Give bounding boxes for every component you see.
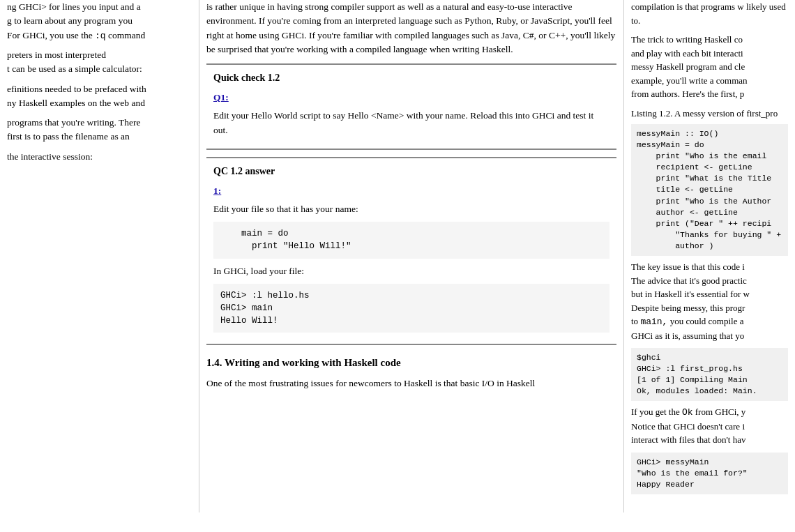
left-command-1: :q	[95, 31, 106, 41]
left-para-4: programs that you're writing. There firs…	[7, 116, 192, 144]
left-text-1a: ng GHCi> for lines you input and a	[7, 1, 141, 12]
page-container: ng GHCi> for lines you input and a g to …	[0, 0, 795, 512]
a1-text: Edit your file so that it has your name:	[213, 202, 610, 216]
qc-answer-title: QC 1.2 answer	[213, 164, 610, 178]
ok-inline: Ok	[682, 407, 693, 418]
right-text-2d: example, you'll write a comman	[631, 75, 748, 86]
right-text-2e: from authors. Here's the first, p	[631, 89, 744, 99]
right-intro: compilation is that programs w likely us…	[631, 0, 788, 27]
left-text-5: the interactive session:	[7, 151, 93, 162]
left-para-5: the interactive session:	[7, 150, 192, 164]
q1-text: Edit your Hello World script to say Hell…	[213, 109, 610, 137]
qc-answer-box: QC 1.2 answer 1: Edit your file so that …	[206, 157, 616, 345]
left-text-1d: command	[108, 30, 145, 40]
section-heading: 1.4. Writing and working with Haskell co…	[206, 355, 616, 371]
right-text-3e: to	[631, 316, 638, 326]
right-para-4: If you get the Ok from GHCi, y Notice th…	[631, 405, 788, 447]
right-text-3f: you could compile a	[670, 316, 744, 326]
right-text-4d: interact with files that don't hav	[631, 434, 745, 445]
main-inline: main,	[640, 317, 667, 327]
right-text-2a: The trick to writing Haskell co	[631, 34, 743, 45]
right-code-block-1: messyMain :: IO() messyMain = do print "…	[631, 124, 788, 256]
middle-column: is rather unique in having strong compil…	[199, 0, 624, 512]
right-text-2b: and play with each bit interacti	[631, 48, 743, 59]
middle-intro: is rather unique in having strong compil…	[206, 0, 616, 56]
left-text-4a: programs that you're writing. There	[7, 117, 141, 128]
right-text-3g: GHCi as it is, assuming that yo	[631, 330, 744, 341]
left-text-3a: efinitions needed to be prefaced with	[7, 84, 146, 94]
right-text-3c: but in Haskell it's essential for w	[631, 289, 750, 299]
right-code-block-3: GHCi> messyMain "Who is the email for?" …	[631, 453, 788, 494]
code-block-1: main = do print "Hello Will!"	[213, 222, 610, 258]
right-text-3a: The key issue is that this code i	[631, 261, 745, 272]
in-ghci-text: In GHCi, load your file:	[213, 264, 610, 278]
left-text-2a: preters in most interpreted	[7, 50, 106, 60]
right-text-2c: messy Haskell program and cle	[631, 61, 745, 72]
right-column: compilation is that programs w likely us…	[624, 0, 795, 512]
left-text-3b: ny Haskell examples on the web and	[7, 98, 145, 108]
right-code-block-2: $ghci GHCi> :l first_prog.hs [1 of 1] Co…	[631, 348, 788, 401]
q1-link[interactable]: Q1:	[213, 91, 610, 105]
listing-title: Listing 1.2. A messy version of first_pr…	[631, 107, 788, 121]
left-para-3: efinitions needed to be prefaced with ny…	[7, 82, 192, 111]
right-para-2: The trick to writing Haskell co and play…	[631, 33, 788, 101]
right-text-4c: Notice that GHCi doesn't care i	[631, 421, 745, 432]
right-text-3d: Despite being messy, this progr	[631, 303, 745, 313]
code-block-2: GHCi> :l hello.hs GHCi> main Hello Will!	[213, 284, 610, 333]
quick-check-box: Quick check 1.2 Q1: Edit your Hello Worl…	[206, 63, 616, 150]
left-text-4b: first is to pass the filename as an	[7, 131, 130, 142]
left-para-1: ng GHCi> for lines you input and a g to …	[7, 0, 192, 43]
right-text-4b: from GHCi, y	[695, 406, 746, 417]
right-text-4a: If you get the	[631, 406, 680, 417]
left-text-2b: t can be used as a simple calculator:	[7, 63, 142, 74]
right-para-3: The key issue is that this code i The ad…	[631, 260, 788, 342]
left-column: ng GHCi> for lines you input and a g to …	[0, 0, 199, 512]
right-text-3b: The advice that it's good practic	[631, 275, 747, 286]
left-para-2: preters in most interpreted t can be use…	[7, 48, 192, 77]
quick-check-title: Quick check 1.2	[213, 70, 610, 85]
section-text: One of the most frustrating issues for n…	[206, 377, 616, 390]
left-text-1b: g to learn about any program you	[7, 15, 132, 26]
left-text-1c: For GHCi, you use the	[7, 30, 93, 40]
a1-link[interactable]: 1:	[213, 184, 610, 198]
